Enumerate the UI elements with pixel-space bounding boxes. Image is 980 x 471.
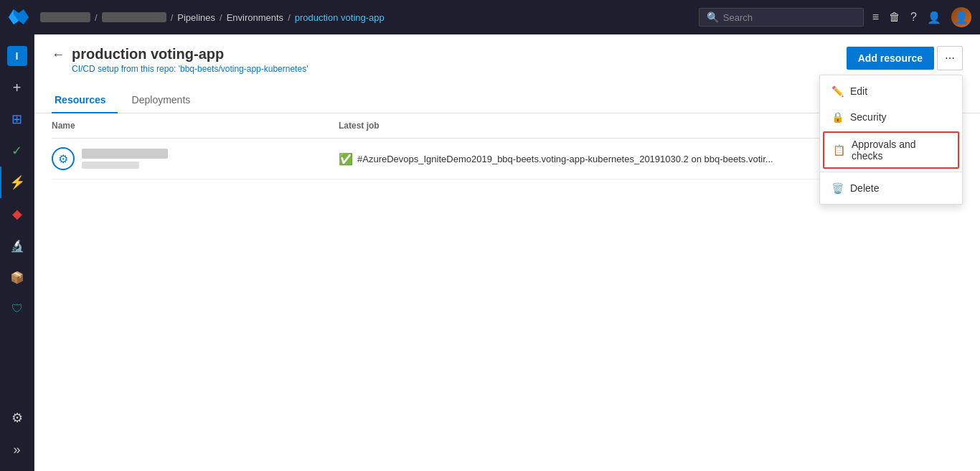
user-settings-icon[interactable]: 👤 [927,11,941,24]
shield-icon: 🛡 [11,302,23,315]
sidebar-bottom: ⚙ » [0,402,34,471]
edit-label: Edit [850,85,867,97]
header-left: ← production voting-app CI/CD setup from… [52,46,308,74]
content-area: ← production voting-app CI/CD setup from… [34,34,980,471]
dropdown-delete[interactable]: 🗑️ Delete [820,175,962,201]
col-name: Name [52,121,339,131]
org-name [40,12,90,22]
search-box[interactable]: 🔍 [699,8,864,27]
tab-deployments[interactable]: Deployments [129,88,202,113]
dropdown-security[interactable]: 🔒 Security [820,104,962,130]
search-input[interactable] [723,12,856,23]
environments-link[interactable]: Environments [227,12,283,23]
page-title-section: production voting-app CI/CD setup from t… [72,46,308,74]
more-sidebar-icon: 📦 [10,271,24,284]
search-icon: 🔍 [707,11,719,23]
edit-icon: ✏️ [831,85,843,97]
dropdown-divider [820,172,962,172]
resource-name-cell: ⚙ [52,147,339,170]
pipelines-icon: ⚡ [9,174,25,190]
back-button[interactable]: ← [52,47,65,62]
project-name [102,12,166,22]
add-resource-button[interactable]: Add resource [847,47,934,70]
logo[interactable] [9,7,29,27]
basket-icon[interactable]: 🗑 [889,11,900,24]
page-header: ← production voting-app CI/CD setup from… [34,34,980,74]
sidebar-item-pipelines[interactable]: ⚡ [0,167,34,198]
gear-icon: ⚙ [11,410,23,426]
sidebar-item-artifacts[interactable]: 🔬 [0,230,34,261]
dropdown-menu: ✏️ Edit 🔒 Security 📋 Approvals and check… [819,75,963,205]
resource-sub-blurred [82,162,139,169]
repo-link[interactable]: bbq-beets/voting-app-kubernetes [180,64,306,74]
expand-icon: » [13,442,20,457]
sidebar-item-expand[interactable]: » [0,434,34,465]
sidebar-item-security[interactable]: 🛡 [0,293,34,325]
page-title: production voting-app [72,46,308,62]
resource-name-blurred [82,149,168,159]
page-subtitle: CI/CD setup from this repo: 'bbq-beets/v… [72,64,308,74]
list-icon[interactable]: ≡ [872,11,879,24]
tab-resources[interactable]: Resources [52,88,118,113]
sidebar-item-more[interactable]: 📦 [0,261,34,293]
approvals-icon: 📋 [833,144,844,156]
artifacts-icon: 🔬 [10,239,24,253]
current-page-breadcrumb: production voting-app [295,12,385,23]
sidebar-item-repos[interactable]: ✓ [0,135,34,167]
pipelines-link[interactable]: Pipelines [177,12,215,23]
topbar: / / Pipelines / Environments / productio… [0,0,980,34]
job-text: #AzureDevops_IgniteDemo2019_bbq-beets.vo… [357,154,773,164]
topbar-icons: ≡ 🗑 ? 👤 👤 [872,7,971,27]
help-icon[interactable]: ? [910,11,917,24]
profile-icon: I [7,46,27,66]
header-right: Add resource ⋯ ✏️ Edit 🔒 Security 📋 Appr… [847,46,963,70]
success-status-icon: ✅ [339,152,353,166]
security-label: Security [850,111,887,123]
sidebar-item-testplans[interactable]: ◆ [0,198,34,230]
delete-label: Delete [850,182,879,194]
lock-icon: 🔒 [831,111,843,123]
testplans-icon: ◆ [12,206,22,222]
dropdown-edit[interactable]: ✏️ Edit [820,78,962,104]
delete-icon: 🗑️ [831,182,843,194]
sidebar-item-profile[interactable]: I [0,40,34,72]
sidebar: I + ⊞ ✓ ⚡ ◆ 🔬 📦 🛡 ⚙ » [0,34,34,471]
add-icon: + [13,80,22,96]
sidebar-item-boards[interactable]: ⊞ [0,103,34,135]
boards-icon: ⊞ [11,111,22,127]
approvals-label: Approvals and checks [852,139,949,162]
dropdown-approvals[interactable]: 📋 Approvals and checks [823,131,959,169]
kubernetes-icon: ⚙ [52,147,75,170]
more-options-button[interactable]: ⋯ [937,46,963,70]
main-layout: I + ⊞ ✓ ⚡ ◆ 🔬 📦 🛡 ⚙ » [0,34,980,471]
breadcrumb: / / Pipelines / Environments / productio… [40,12,699,23]
repos-icon: ✓ [11,143,22,159]
resource-name-text [82,149,168,169]
sidebar-item-add[interactable]: + [0,72,34,103]
sidebar-item-settings[interactable]: ⚙ [0,402,34,434]
avatar[interactable]: 👤 [951,7,971,27]
